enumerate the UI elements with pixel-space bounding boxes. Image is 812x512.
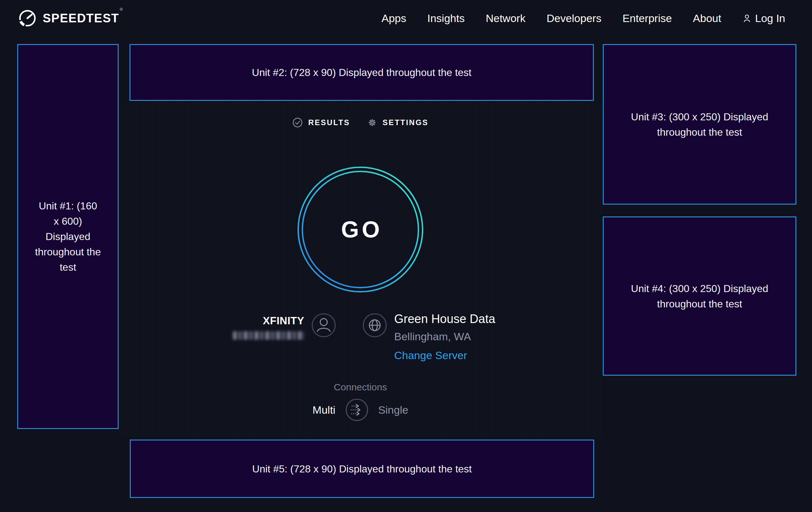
ad-unit-2-text: Unit #2: (728 x 90) Displayed throughout… (252, 65, 471, 80)
ad-unit-1-text: Unit #1: (160 x 600) Displayed throughou… (35, 198, 101, 275)
user-icon (742, 14, 752, 23)
connections-label: Connections (118, 382, 603, 393)
ad-unit-4-text: Unit #4: (300 x 250) Displayed throughou… (631, 281, 768, 312)
nav-item-apps[interactable]: Apps (381, 12, 406, 25)
logo-text: SPEEDTEST (43, 11, 119, 25)
gear-icon (367, 117, 378, 128)
server-name: Green House Data (394, 312, 512, 326)
nav-item-network[interactable]: Network (486, 12, 526, 25)
main-nav: Apps Insights Network Developers Enterpr… (381, 12, 785, 25)
connections-row: Multi Single (118, 398, 603, 422)
redacted-ip-text (233, 331, 304, 340)
ad-unit-2[interactable]: Unit #2: (728 x 90) Displayed throughout… (129, 44, 594, 101)
speedtest-page: SPEEDTEST® Apps Insights Network Develop… (0, 0, 812, 512)
ad-unit-3-text: Unit #3: (300 x 250) Displayed throughou… (631, 109, 768, 140)
tab-results-label: RESULTS (308, 118, 350, 127)
tab-results[interactable]: RESULTS (292, 117, 350, 128)
ad-unit-4[interactable]: Unit #4: (300 x 250) Displayed throughou… (603, 216, 796, 376)
change-server-link[interactable]: Change Server (394, 349, 467, 362)
login-label: Log In (755, 12, 785, 25)
speedometer-gauge-icon (18, 9, 37, 28)
server-info: Green House Data Bellingham, WA Change S… (394, 310, 512, 362)
logo-wordmark: SPEEDTEST® (43, 11, 122, 25)
tabs-row: RESULTS SETTINGS (118, 115, 603, 130)
ad-unit-3[interactable]: Unit #3: (300 x 250) Displayed throughou… (603, 44, 796, 205)
ad-unit-1[interactable]: Unit #1: (160 x 600) Displayed throughou… (17, 44, 119, 429)
nav-item-enterprise[interactable]: Enterprise (622, 12, 672, 25)
nav-item-insights[interactable]: Insights (427, 12, 465, 25)
ad-unit-5-text: Unit #5: (728 x 90) Displayed throughout… (252, 461, 472, 477)
connection-meta-row: XFINITY Green House Data Bellingham, WA … (118, 310, 603, 362)
nav-item-developers[interactable]: Developers (547, 12, 602, 25)
isp-info: XFINITY (209, 310, 304, 340)
ad-unit-5[interactable]: Unit #5: (728 x 90) Displayed throughout… (130, 439, 594, 498)
check-circle-icon (292, 117, 303, 128)
login-button[interactable]: Log In (742, 12, 785, 25)
connections-multi-label[interactable]: Multi (313, 404, 336, 416)
server-location: Bellingham, WA (394, 330, 512, 343)
server-globe-icon (362, 313, 387, 338)
isp-user-icon (311, 313, 336, 338)
speedtest-logo[interactable]: SPEEDTEST® (18, 9, 122, 28)
connections-single-label[interactable]: Single (378, 404, 409, 416)
isp-name: XFINITY (263, 315, 304, 327)
nav-item-about[interactable]: About (693, 12, 721, 25)
go-button[interactable]: GO (297, 166, 424, 293)
go-button-label: GO (297, 166, 424, 293)
tab-settings[interactable]: SETTINGS (367, 117, 429, 128)
trademark-symbol: ® (120, 7, 123, 12)
header: SPEEDTEST® Apps Insights Network Develop… (0, 0, 812, 36)
tab-settings-label: SETTINGS (383, 118, 429, 127)
connections-toggle-icon[interactable] (345, 398, 369, 422)
